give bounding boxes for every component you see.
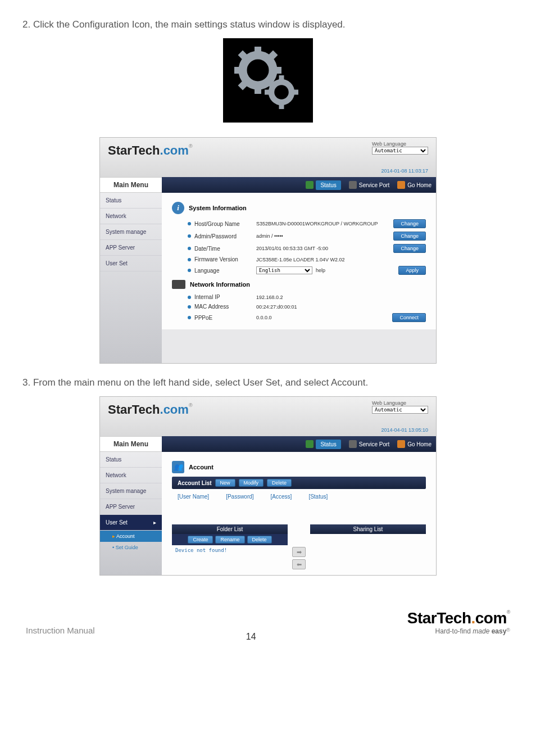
svg-rect-3 bbox=[255, 87, 261, 94]
folder-list-header: Folder List bbox=[172, 524, 288, 534]
mac-address-label: MAC Address bbox=[194, 304, 256, 310]
sidebar-item-app-server[interactable]: APP Server bbox=[100, 240, 162, 256]
col-user-name: [User Name] bbox=[178, 494, 209, 500]
col-access: [Access] bbox=[271, 494, 292, 500]
arrow-right-button[interactable]: ➡ bbox=[292, 547, 306, 557]
change-admin-button[interactable]: Change bbox=[393, 232, 426, 241]
gear-icon bbox=[349, 440, 357, 448]
sidebar-item-status[interactable]: Status bbox=[100, 193, 162, 209]
sidebar-item-network[interactable]: Network bbox=[100, 209, 162, 224]
delete-button[interactable]: Delete bbox=[267, 479, 292, 487]
date-time-label: Date/Time bbox=[194, 246, 256, 252]
timestamp: 2014-04-01 13:05:10 bbox=[381, 427, 428, 433]
sidebar-sub-set-guide[interactable]: • Set Guide bbox=[100, 542, 162, 553]
firmware-version-value: JCS358E-1.05e LOADER 1.04V W2.02 bbox=[256, 257, 426, 262]
instruction-step-3: 3. From the main menu on the left hand s… bbox=[22, 377, 514, 388]
rename-button[interactable]: Rename bbox=[215, 536, 244, 544]
svg-rect-11 bbox=[279, 75, 284, 80]
tab-service-port[interactable]: Service Port bbox=[349, 440, 389, 448]
svg-rect-5 bbox=[275, 67, 281, 74]
status-icon bbox=[306, 181, 314, 189]
pppoe-value: 0.0.0.0 bbox=[256, 315, 392, 320]
tab-go-home[interactable]: Go Home bbox=[397, 440, 431, 448]
help-link[interactable]: help bbox=[316, 268, 325, 273]
screenshot-account-window: StarTech.com® Web Language Automatic 201… bbox=[99, 396, 437, 576]
sidebar-item-system-manage[interactable]: System manage bbox=[100, 483, 162, 499]
timestamp: 2014-01-08 11:03:17 bbox=[381, 168, 428, 174]
col-password: [Password] bbox=[226, 494, 253, 500]
tab-status[interactable]: Status bbox=[306, 180, 340, 190]
internal-ip-label: Internal IP bbox=[194, 294, 256, 300]
main-menu-header: Main Menu bbox=[100, 177, 162, 193]
screenshot-status-window: StarTech.com® Web Language Automatic 201… bbox=[99, 137, 437, 364]
svg-rect-13 bbox=[265, 90, 270, 95]
arrow-left-button[interactable]: ⬅ bbox=[292, 559, 306, 569]
web-language-label: Web Language bbox=[372, 141, 428, 147]
internal-ip-value: 192.168.0.2 bbox=[256, 295, 426, 300]
tab-service-port[interactable]: Service Port bbox=[349, 181, 389, 189]
web-language-label: Web Language bbox=[372, 400, 428, 406]
sidebar-item-system-manage[interactable]: System manage bbox=[100, 224, 162, 240]
web-language-select[interactable]: Automatic bbox=[372, 406, 428, 414]
sidebar-item-status[interactable]: Status bbox=[100, 452, 162, 468]
host-group-name-label: Host/Group Name bbox=[194, 221, 256, 227]
sidebar-item-user-set[interactable]: User Set bbox=[100, 256, 162, 271]
web-language-select[interactable]: Automatic bbox=[372, 147, 428, 155]
footer-logo: StarTech.com® Hard-to-find made easy® bbox=[407, 609, 510, 635]
sidebar-item-network[interactable]: Network bbox=[100, 468, 162, 483]
user-icon: 👥 bbox=[172, 461, 184, 473]
language-label: Language bbox=[194, 268, 256, 274]
section-account: 👥Account bbox=[172, 461, 426, 473]
sidebar-item-user-set[interactable]: User Set▸ bbox=[100, 515, 162, 531]
host-group-name-value: S352BMU3N-D00001WORKGROUP / WORKGROUP bbox=[256, 221, 393, 227]
svg-rect-2 bbox=[255, 47, 261, 53]
svg-rect-4 bbox=[234, 67, 241, 74]
change-host-button[interactable]: Change bbox=[393, 219, 426, 228]
sidebar: Main Menu Status Network System manage A… bbox=[100, 177, 162, 363]
instruction-step-2: 2. Click the Configuration Icon, the mai… bbox=[22, 19, 514, 30]
tab-go-home[interactable]: Go Home bbox=[397, 181, 431, 189]
sidebar-sub-account[interactable]: ▸ Account bbox=[100, 531, 162, 542]
new-button[interactable]: New bbox=[215, 479, 235, 487]
modify-button[interactable]: Modify bbox=[239, 479, 264, 487]
pppoe-label: PPPoE bbox=[194, 315, 256, 321]
col-status: [Status] bbox=[308, 494, 328, 500]
section-system-information: iSystem Information bbox=[172, 202, 426, 214]
mac-address-value: 00:24:27:d0:00:01 bbox=[256, 304, 426, 310]
network-icon bbox=[172, 280, 185, 289]
apply-button[interactable]: Apply bbox=[398, 266, 426, 275]
account-table-header: [User Name] [Password] [Access] [Status] bbox=[172, 491, 426, 502]
admin-password-label: Admin/Password bbox=[194, 233, 256, 239]
home-icon bbox=[397, 440, 405, 448]
account-list-bar: Account List New Modify Delete bbox=[172, 477, 426, 489]
sidebar: Main Menu Status Network System manage A… bbox=[100, 436, 162, 575]
configuration-icon-image bbox=[22, 38, 514, 125]
language-select[interactable]: English bbox=[256, 266, 312, 274]
gear-icon bbox=[349, 181, 357, 189]
home-icon bbox=[397, 181, 405, 189]
main-menu-header: Main Menu bbox=[100, 436, 162, 452]
change-date-button[interactable]: Change bbox=[393, 244, 426, 253]
tab-status[interactable]: Status bbox=[306, 440, 340, 449]
sidebar-item-app-server[interactable]: APP Server bbox=[100, 499, 162, 515]
connect-button[interactable]: Connect bbox=[392, 313, 426, 322]
section-network-information: Network Information bbox=[172, 280, 426, 289]
page-number: 14 bbox=[95, 632, 407, 642]
firmware-version-label: Firmware Version bbox=[194, 256, 256, 262]
folder-list-message: Device not found! bbox=[172, 545, 288, 555]
info-icon: i bbox=[172, 202, 184, 214]
svg-rect-12 bbox=[279, 104, 284, 109]
create-button[interactable]: Create bbox=[188, 536, 213, 544]
sharing-list-header: Sharing List bbox=[310, 524, 426, 534]
status-icon bbox=[306, 440, 314, 448]
admin-password-value: admin / ••••• bbox=[256, 233, 393, 239]
delete-folder-button[interactable]: Delete bbox=[247, 536, 272, 544]
date-time-value: 2013/01/01 00:53:33 GMT -5:00 bbox=[256, 246, 393, 251]
svg-rect-14 bbox=[293, 90, 298, 95]
footer-instruction-manual: Instruction Manual bbox=[26, 626, 95, 635]
